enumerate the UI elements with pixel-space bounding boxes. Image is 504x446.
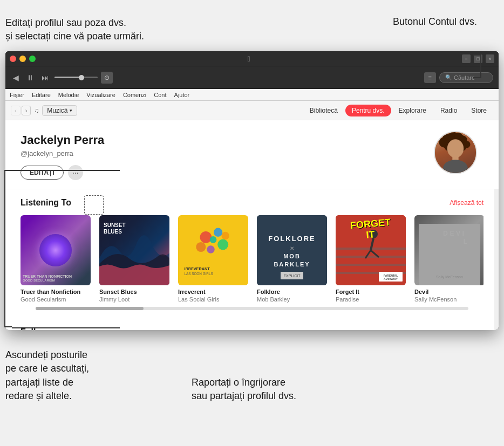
window-controls: [10, 56, 36, 62]
profile-name: Jackelyn Perra: [21, 133, 483, 147]
svg-text:Sally McFenson: Sally McFenson: [436, 275, 463, 279]
album-item-sunset[interactable]: SUNSET BLUES Sunset Blues Jimmy Loot: [99, 215, 169, 303]
forget-svg: FORGET IT PARENTAL ADVISORY: [336, 215, 406, 285]
album-item-forget[interactable]: FORGET IT PARENTAL ADVISORY Forget It Pa…: [336, 215, 406, 303]
svg-text:IT: IT: [366, 229, 376, 240]
album-artist-devil: Sally McFenson: [414, 296, 483, 303]
svg-text:BARKLEY: BARKLEY: [274, 261, 310, 267]
music-note-icon: ♫: [34, 107, 39, 114]
volume-slider[interactable]: [55, 77, 98, 78]
minimize-button[interactable]: [19, 56, 26, 62]
album-art-devil: DEVI L Sally McFenson: [414, 215, 483, 285]
album-artist-forget: Paradise: [336, 296, 406, 303]
folklore-svg: FOLKLORE ✕ MOB BARKLEY EXPLICIT: [257, 215, 327, 285]
pause-button[interactable]: ⏸: [24, 71, 36, 84]
forward-button[interactable]: ⏭: [39, 71, 51, 84]
album-title-folklore: Folklore: [257, 289, 327, 295]
chevron-down-icon: ▾: [70, 108, 72, 113]
nav-back-button[interactable]: ‹: [11, 106, 21, 115]
album-item-irreverent[interactable]: IRREVERANT LAS SOON GIRLS Irreverent Las…: [178, 215, 248, 303]
close-button[interactable]: [10, 56, 16, 62]
devil-svg: DEVI L Sally McFenson: [419, 219, 480, 285]
svg-text:LAS SOON GIRLS: LAS SOON GIRLS: [184, 272, 213, 276]
listening-section-header: Listening To Afișează tot: [21, 198, 483, 208]
bracket-bottom-line: [12, 327, 120, 328]
album-artist-folklore: Mob Barkley: [257, 296, 327, 303]
tab-radio[interactable]: Radio: [434, 105, 464, 116]
sunset-wave: SUNSET BLUES: [99, 215, 169, 285]
listening-title: Listening To: [21, 198, 71, 208]
menu-item-vizualizare[interactable]: Vizualizare: [86, 92, 115, 98]
search-icon: 🔍: [445, 74, 452, 80]
show-all-link[interactable]: Afișează tot: [449, 199, 483, 207]
library-label: Muzică: [47, 107, 67, 114]
itunes-window:  − □ × ◀ ⏸ ⏭ ⊙ ≡ 🔍 Căutare Fișier Edita…: [5, 51, 499, 330]
tab-explore[interactable]: Explorare: [392, 105, 433, 116]
more-options-button[interactable]: ···: [68, 165, 83, 180]
menu-item-ajutor[interactable]: Ajutor: [174, 92, 190, 98]
back-button[interactable]: ◀: [11, 71, 21, 84]
svg-point-9: [443, 160, 468, 174]
nav-arrows: ‹ ›: [11, 106, 31, 115]
svg-text:FOLKLORE: FOLKLORE: [268, 235, 316, 243]
menu-item-editare[interactable]: Editare: [32, 92, 51, 98]
content-area: Jackelyn Perra @jackelyn_perra EDITAȚI ·…: [5, 120, 499, 330]
album-item-truer[interactable]: TRUER THAN NONFICTIONGOOD SECULARISM Tru…: [21, 215, 91, 303]
account-button-bracket: [473, 54, 481, 78]
album-title-sunset: Sunset Blues: [99, 289, 169, 295]
title-bar:  − □ ×: [5, 51, 499, 66]
tab-for-you[interactable]: Pentru dvs.: [345, 105, 391, 116]
library-selector[interactable]: Muzică ▾: [42, 105, 77, 116]
profile-section: Jackelyn Perra @jackelyn_perra EDITAȚI ·…: [5, 120, 499, 189]
album-title-forget: Forget It: [336, 289, 406, 295]
profile-handle: @jackelyn_perra: [21, 149, 483, 157]
svg-point-13: [200, 231, 212, 243]
album-artist-irreverent: Las Social Girls: [178, 296, 248, 303]
search-box[interactable]: 🔍 Căutare: [439, 72, 493, 83]
list-view-button[interactable]: ≡: [424, 72, 436, 83]
album-cover-devil: DEVI L Sally McFenson: [414, 215, 483, 285]
svg-text:DEVI: DEVI: [443, 230, 466, 237]
svg-rect-31: [336, 256, 406, 258]
albums-row: TRUER THAN NONFICTIONGOOD SECULARISM Tru…: [21, 215, 483, 303]
svg-point-16: [207, 245, 215, 253]
nav-forward-button[interactable]: ›: [22, 106, 31, 115]
volume-thumb: [79, 75, 84, 80]
album-item-folklore[interactable]: FOLKLORE ✕ MOB BARKLEY EXPLICIT Folklore…: [257, 215, 327, 303]
maximize-button[interactable]: [29, 56, 36, 62]
horizontal-scrollbar[interactable]: [36, 307, 468, 310]
album-artist-truer: Good Secularism: [21, 296, 91, 303]
edit-profile-button[interactable]: EDITAȚI: [21, 166, 64, 180]
minimize-icon[interactable]: −: [462, 54, 471, 63]
tab-store[interactable]: Store: [465, 105, 493, 116]
airplay-button[interactable]: ⊙: [101, 72, 113, 84]
album-cover-sunset: SUNSET BLUES: [99, 215, 169, 285]
svg-text:EXPLICIT: EXPLICIT: [283, 274, 301, 278]
svg-text:ADVISORY: ADVISORY: [384, 277, 398, 280]
toolbar-right: ≡ 🔍 Căutare: [424, 72, 493, 83]
menu-item-comenzi[interactable]: Comenzi: [123, 92, 146, 98]
menu-item-cont[interactable]: Cont: [154, 92, 166, 98]
close-icon[interactable]: ×: [486, 54, 494, 63]
album-artist-sunset: Jimmy Loot: [99, 296, 169, 303]
annotation-bottom-right: Raportați o îngrijorare sau partajați pr…: [192, 376, 359, 403]
nav-bar: ‹ › ♫ Muzică ▾ Bibliotecă Pentru dvs. Ex…: [5, 101, 499, 120]
album-item-devil[interactable]: DEVI L Sally McFenson Devil Sally McFens…: [414, 215, 483, 303]
album-cover-folklore: FOLKLORE ✕ MOB BARKLEY EXPLICIT: [257, 215, 327, 285]
album-title-devil: Devil: [414, 289, 483, 295]
album-art-folklore: FOLKLORE ✕ MOB BARKLEY EXPLICIT: [257, 215, 327, 285]
truer-text: TRUER THAN NONFICTIONGOOD SECULARISM: [23, 275, 72, 282]
album-art-sunset: SUNSET BLUES: [99, 215, 169, 285]
tab-library[interactable]: Bibliotecă: [303, 105, 344, 116]
toolbar: ◀ ⏸ ⏭ ⊙ ≡ 🔍 Căutare: [5, 66, 499, 89]
left-bracket: [4, 170, 12, 327]
annotation-bottom-left: Ascundeți posturile pe care le ascultați…: [5, 348, 173, 403]
search-placeholder: Căutare: [454, 74, 475, 81]
menu-item-fisier[interactable]: Fișier: [10, 92, 24, 98]
album-art-irreverent: IRREVERANT LAS SOON GIRLS: [178, 215, 248, 285]
menu-item-melodie[interactable]: Melodie: [58, 92, 79, 98]
annotation-top-right: Butonul Contul dvs.: [393, 16, 477, 28]
album-cover-truer: TRUER THAN NONFICTIONGOOD SECULARISM: [21, 215, 91, 285]
profile-actions: EDITAȚI ···: [21, 165, 483, 180]
svg-text:SUNSET: SUNSET: [104, 222, 126, 228]
